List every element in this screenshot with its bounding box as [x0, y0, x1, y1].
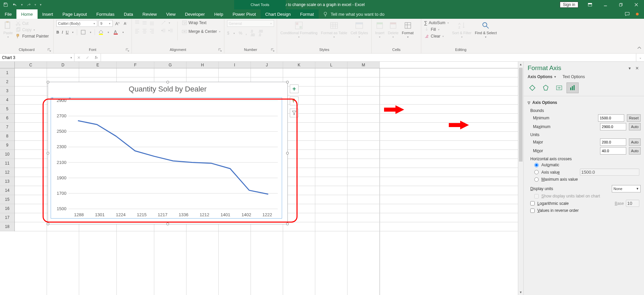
undo-icon[interactable]: [11, 0, 19, 9]
underline-button[interactable]: U: [66, 30, 69, 35]
maximum-input[interactable]: [600, 123, 626, 130]
row-header[interactable]: 6: [0, 114, 14, 123]
row-header[interactable]: 14: [0, 186, 14, 195]
column-header[interactable]: G: [154, 62, 186, 68]
format-painter-button[interactable]: Format Painter: [15, 34, 49, 39]
axis-options-category-icon[interactable]: [567, 82, 579, 93]
enter-icon[interactable]: ✓: [83, 54, 92, 61]
tab-data[interactable]: Data: [119, 9, 138, 19]
tab-chart-design[interactable]: Chart Design: [261, 9, 296, 19]
minimum-input[interactable]: [598, 114, 624, 122]
column-header[interactable]: I: [219, 62, 251, 68]
column-header[interactable]: C: [15, 62, 47, 68]
plot-area[interactable]: 2900270025002300210019001700150012881301…: [51, 98, 282, 219]
row-header[interactable]: 4: [0, 96, 14, 105]
column-header[interactable]: D: [47, 62, 79, 68]
minimum-reset-button[interactable]: Reset: [627, 114, 641, 122]
effects-category-icon[interactable]: [540, 82, 552, 93]
scroll-thumb[interactable]: [519, 68, 523, 162]
undo-dropdown[interactable]: ▾: [20, 3, 23, 6]
italic-button[interactable]: I: [62, 30, 63, 35]
bold-button[interactable]: B: [56, 30, 59, 35]
close-icon[interactable]: [629, 0, 644, 9]
minimize-icon[interactable]: [598, 0, 613, 9]
row-header[interactable]: 10: [0, 150, 14, 159]
column-header[interactable]: M: [347, 62, 380, 68]
decrease-font-icon[interactable]: Aˇ: [122, 20, 129, 27]
tab-power-pivot[interactable]: Power Pivot: [228, 9, 260, 19]
row-header[interactable]: 5: [0, 105, 14, 114]
fx-icon[interactable]: fx: [92, 54, 101, 61]
format-cells-button[interactable]: Format▾: [401, 20, 414, 39]
chart-styles-button[interactable]: [290, 97, 299, 105]
pane-tab-axis-options[interactable]: Axis Options▼: [528, 74, 556, 79]
column-header[interactable]: H: [186, 62, 219, 68]
expand-formula-bar-icon[interactable]: ⌄: [636, 54, 644, 61]
row-header[interactable]: 15: [0, 195, 14, 204]
vertical-scrollbar[interactable]: ▲ ▼: [518, 62, 523, 295]
name-box[interactable]: Chart 3▾: [0, 54, 74, 61]
crosses-automatic-radio[interactable]: Automatic: [534, 163, 641, 167]
alignment-launcher-icon[interactable]: [218, 48, 222, 52]
worksheet[interactable]: CDEFGHIJKLM 123456789101112131415161718 …: [0, 62, 523, 295]
row-header[interactable]: 18: [0, 222, 14, 231]
log-scale-check[interactable]: Logarithmic scale: [530, 201, 569, 206]
tab-insert[interactable]: Insert: [38, 9, 58, 19]
maximum-auto-button[interactable]: Auto: [629, 123, 641, 130]
tab-view[interactable]: View: [161, 9, 180, 19]
task-pane-options-icon[interactable]: ▾: [626, 64, 633, 72]
close-pane-icon[interactable]: ✕: [633, 64, 641, 72]
comments-icon[interactable]: [625, 11, 630, 17]
sign-in-button[interactable]: Sign in: [560, 2, 578, 8]
minor-auto-button[interactable]: Auto: [629, 147, 641, 155]
column-header[interactable]: J: [251, 62, 283, 68]
row-header[interactable]: 3: [0, 86, 14, 96]
major-auto-button[interactable]: Auto: [629, 138, 641, 146]
chart-title[interactable]: Quantity Sold by Dealer: [48, 82, 287, 95]
row-header[interactable]: 13: [0, 177, 14, 186]
chart-elements-button[interactable]: +: [290, 84, 299, 93]
tab-page-layout[interactable]: Page Layout: [58, 9, 92, 19]
major-input[interactable]: [600, 138, 626, 146]
increase-font-icon[interactable]: A^: [114, 20, 121, 27]
clipboard-launcher-icon[interactable]: [47, 48, 52, 52]
row-header[interactable]: 7: [0, 123, 14, 132]
formula-input[interactable]: [101, 54, 636, 61]
collapse-ribbon-icon[interactable]: [637, 45, 642, 52]
minor-input[interactable]: [600, 147, 626, 155]
embedded-chart[interactable]: Quantity Sold by Dealer 2900270025002300…: [48, 82, 288, 224]
tab-review[interactable]: Review: [138, 9, 162, 19]
scroll-up-icon[interactable]: ▲: [518, 62, 523, 67]
fill-line-category-icon[interactable]: [526, 82, 538, 93]
font-name-combo[interactable]: Calibri (Body)▾: [56, 20, 97, 27]
pane-tab-text-options[interactable]: Text Options: [562, 74, 585, 79]
row-header[interactable]: 16: [0, 204, 14, 213]
tell-me-search[interactable]: Tell me what you want to do: [319, 9, 388, 19]
notification-dot[interactable]: [636, 13, 639, 15]
font-launcher-icon[interactable]: [125, 48, 130, 52]
tab-help[interactable]: Help: [210, 9, 228, 19]
restore-icon[interactable]: [613, 0, 629, 9]
crosses-maximum-radio[interactable]: Maximum axis value: [534, 177, 641, 182]
row-header[interactable]: 17: [0, 213, 14, 222]
redo-icon[interactable]: [24, 0, 33, 9]
font-color-icon[interactable]: A: [112, 29, 119, 36]
save-icon[interactable]: [1, 0, 10, 9]
chart-filters-button[interactable]: [290, 109, 299, 117]
row-header[interactable]: 1: [0, 68, 14, 77]
display-units-select[interactable]: None▼: [612, 185, 641, 192]
section-axis-options[interactable]: ▽Axis Options: [528, 99, 641, 106]
redo-dropdown[interactable]: ▾: [34, 3, 37, 6]
cancel-icon[interactable]: ✕: [74, 54, 83, 61]
row-header[interactable]: 11: [0, 159, 14, 168]
reverse-order-check[interactable]: Values in reverse order: [530, 208, 641, 213]
column-header[interactable]: K: [283, 62, 315, 68]
ribbon-display-icon[interactable]: [582, 0, 598, 9]
row-header[interactable]: 9: [0, 141, 14, 150]
tab-file[interactable]: File: [0, 9, 16, 19]
border-icon[interactable]: [80, 29, 87, 36]
crosses-axis-value-radio[interactable]: Axis value: [534, 170, 560, 175]
column-header[interactable]: E: [79, 62, 117, 68]
tab-formulas[interactable]: Formulas: [92, 9, 119, 19]
column-header[interactable]: L: [315, 62, 347, 68]
